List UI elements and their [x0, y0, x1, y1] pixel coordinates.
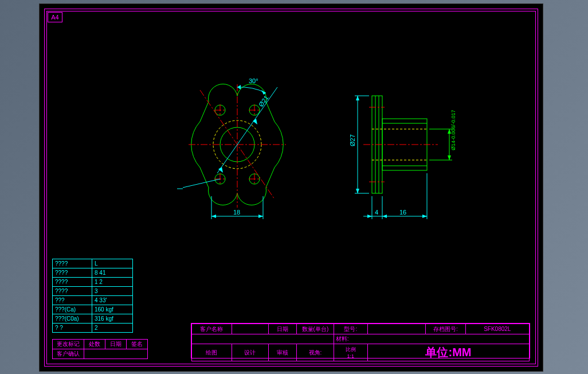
table-row: ????8 41 [53, 268, 133, 278]
angle-label: 视角: [297, 344, 334, 361]
scale-label: 比例 [336, 346, 366, 353]
body-length: 16 [399, 209, 406, 216]
unit-label: 单位:MM [425, 346, 471, 359]
flange-width: 4 [375, 209, 378, 216]
height-dim: Ø27 [349, 134, 356, 146]
sheet-size-label: A4 [48, 12, 62, 22]
svg-marker-43 [356, 96, 359, 100]
scale-value: 1:1 [336, 353, 366, 359]
svg-marker-58 [422, 215, 427, 218]
table-row: ???(C0a)316 kgf [53, 314, 133, 324]
svg-marker-26 [258, 215, 263, 218]
width-dim: 18 [233, 209, 240, 216]
bore-dim: Ø14-0.006/-0.017 [450, 110, 456, 150]
svg-line-19 [217, 87, 277, 173]
material-label: 材料: [334, 334, 529, 344]
design-label: 设计 [232, 344, 269, 361]
svg-marker-20 [218, 167, 223, 173]
title-block: 客户名称 日期 数量(单台) 型号: 存档图号: SFK0802L 材料: 绘图… [191, 323, 530, 359]
cad-canvas: A4 [39, 3, 543, 372]
table-row: ????L [53, 259, 133, 268]
table-row: ? ?2 [53, 324, 133, 333]
archive-label: 存档图号: [425, 324, 465, 334]
svg-marker-54 [367, 215, 372, 218]
customer-label: 客户名称 [192, 324, 232, 334]
table-row: ????1 2 [53, 278, 133, 287]
table-row: ???(Ca)160 kgf [53, 305, 133, 314]
angle-dim: 30° [249, 77, 258, 84]
svg-marker-17 [237, 85, 241, 89]
date-label: 日期 [269, 324, 297, 334]
spec-table: ????L ????8 41 ????1 2 ????3 ???4 33' ??… [52, 259, 133, 333]
check-label: 审核 [269, 344, 297, 361]
qty-label: 数量(单台) [297, 324, 334, 334]
svg-marker-49 [448, 155, 451, 160]
svg-line-27 [183, 179, 220, 188]
svg-marker-44 [356, 189, 359, 193]
change-table: 更改标记 处数 日期 签名 客户确认 [52, 339, 148, 359]
drawing-area: 30° Ø21 18 4-Ø3.4thr [51, 27, 531, 239]
draw-label: 绘图 [192, 344, 232, 361]
archive-value: SFK0802L [465, 324, 529, 334]
front-view: 30° Ø21 18 4-Ø3.4thr [177, 73, 326, 233]
side-view: Ø27 Ø14-0.006/-0.017 4 16 [338, 73, 498, 233]
table-row: ????3 [53, 287, 133, 296]
svg-marker-25 [211, 215, 216, 218]
model-label: 型号: [334, 324, 367, 334]
table-row: ???4 33' [53, 296, 133, 305]
